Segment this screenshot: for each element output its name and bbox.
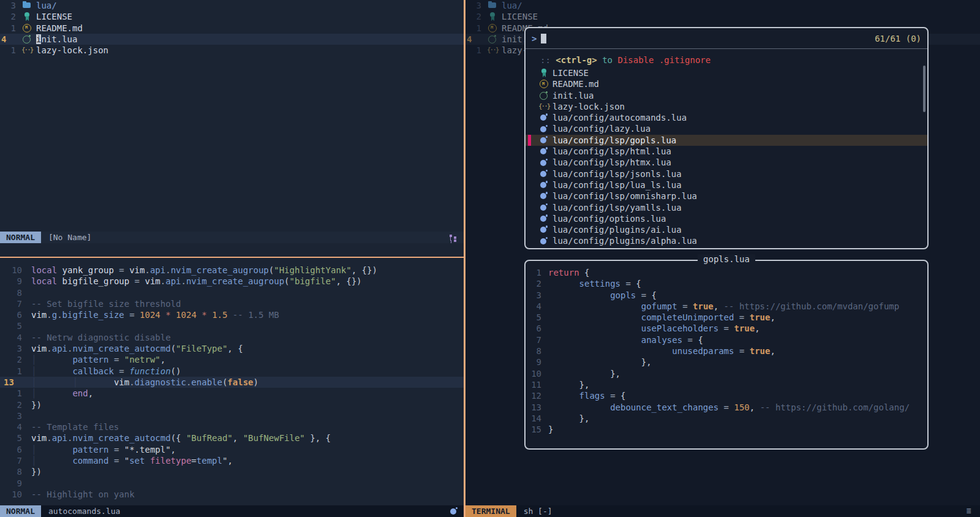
picker-item[interactable]: lua/config/options.lua: [526, 213, 927, 224]
code-line[interactable]: 7│ command = "set filetype=templ",: [0, 455, 464, 466]
selection-marker: [528, 135, 531, 146]
token: ::: [540, 55, 556, 65]
code-line[interactable]: 5: [0, 320, 464, 331]
selection-marker: [528, 101, 531, 112]
luaring-icon: [539, 91, 549, 100]
line-number: 10: [0, 489, 22, 500]
token: =: [114, 366, 129, 376]
line-number: 8: [0, 287, 22, 298]
picker-item[interactable]: lua/config/lsp/jsonls.lua: [526, 168, 927, 179]
picker-item[interactable]: lua/config/lsp/omnisharp.lua: [526, 191, 927, 202]
buffer-name: [No Name]: [48, 233, 91, 242]
token: api: [165, 276, 181, 286]
code-line[interactable]: 3vim.api.nvim_create_autocmd("FileType",…: [0, 343, 464, 354]
line-number: 11: [526, 379, 541, 390]
picker-item[interactable]: README.md: [526, 78, 927, 89]
line-text: │ │ vim.diagnostic.enable(false): [22, 377, 258, 388]
code-line[interactable]: 1│ callback = function(): [0, 366, 464, 377]
text-cursor: i: [36, 34, 41, 44]
token: function: [129, 366, 170, 376]
token: =: [734, 312, 749, 322]
token: vim: [31, 344, 47, 353]
code-line[interactable]: 6│ pattern = "*.templ",: [0, 444, 464, 455]
picker-item[interactable]: lua/config/autocomands.lua: [526, 112, 927, 123]
selection-marker: [528, 224, 531, 235]
token: bigfile_group: [62, 276, 130, 286]
token: [548, 335, 641, 345]
token: , {}): [352, 265, 377, 275]
token: =: [129, 276, 145, 286]
file-path: lua/config/lsp/html.lua: [552, 146, 671, 157]
code-line[interactable]: 8: [0, 287, 464, 298]
code-line[interactable]: 1│ end,: [0, 388, 464, 399]
token: Disable .gitignore: [617, 55, 710, 65]
token: (: [269, 265, 274, 275]
token: *: [165, 310, 170, 320]
token: true: [750, 312, 771, 322]
code-line[interactable]: 2│ pattern = "netrw",: [0, 354, 464, 365]
picker-item[interactable]: lua/config/plugins/ai.lua: [526, 224, 927, 235]
code-line[interactable]: 9local bigfile_group = vim.api.nvim_crea…: [0, 276, 464, 287]
luamoon-icon: [539, 113, 549, 122]
token: ,: [770, 312, 775, 322]
code-line[interactable]: 4-- Template files: [0, 421, 464, 432]
terminal-split-column: 3lua/2LICENSE1README.md4init.lua1lazy-lo…: [466, 0, 980, 517]
code-line[interactable]: 7-- Set bigfile size threshold: [0, 298, 464, 309]
picker-item[interactable]: lua/config/plugins/alpha.lua: [526, 235, 927, 246]
luamoon-icon: [539, 192, 549, 200]
luamoon-icon: [539, 181, 549, 189]
token: {: [636, 279, 641, 289]
picker-item[interactable]: lua/config/lsp/htmx.lua: [526, 157, 927, 168]
line-text: -- Netrw diagnostic disable: [22, 332, 171, 343]
buffer-name: autocomands.lua: [48, 507, 120, 516]
code-line[interactable]: 5vim.api.nvim_create_autocmd({ "BufRead"…: [0, 432, 464, 443]
token: yank_group: [62, 265, 114, 275]
token: [171, 310, 176, 320]
token: │: [72, 377, 113, 387]
code-line[interactable]: 13│ │ vim.diagnostic.enable(false): [0, 377, 464, 388]
code-line[interactable]: 6vim.g.bigfile_size = 1024 * 1024 * 1.5 …: [0, 309, 464, 320]
token: callback: [72, 366, 113, 376]
token: ,: [233, 433, 243, 443]
code-line[interactable]: 2}): [0, 399, 464, 410]
token: },: [579, 413, 590, 423]
picker-scrollbar[interactable]: [923, 66, 925, 112]
token: api: [52, 433, 67, 443]
explorer-item[interactable]: 1README.md: [0, 23, 464, 34]
window-gap: [0, 243, 464, 257]
code-line[interactable]: 3: [0, 410, 464, 421]
picker-item[interactable]: LICENSE: [526, 67, 927, 78]
code-line[interactable]: 4-- Netrw diagnostic disable: [0, 332, 464, 343]
token: local: [31, 265, 57, 275]
picker-prompt-input[interactable]: > 61/61 (0): [526, 28, 927, 49]
token: =: [677, 301, 693, 311]
picker-item[interactable]: lua/config/lazy.lua: [526, 123, 927, 134]
picker-item[interactable]: lua/config/lsp/gopls.lua: [526, 135, 927, 146]
line-text: debounce_text_changes = 150, -- https://…: [541, 402, 910, 413]
token: bigfile_size: [62, 310, 124, 320]
explorer-item[interactable]: 2LICENSE: [466, 11, 980, 22]
code-line[interactable]: 10local yank_group = vim.api.nvim_create…: [0, 265, 464, 276]
picker-item[interactable]: lazy-lock.json: [526, 101, 927, 112]
preview-line: 13 debounce_text_changes = 150, -- https…: [526, 402, 927, 413]
explorer-item[interactable]: 3lua/: [466, 0, 980, 11]
picker-item[interactable]: init.lua: [526, 90, 927, 101]
picker-item[interactable]: lua/config/lsp/lua_ls.lua: [526, 179, 927, 191]
explorer-item[interactable]: 1lazy-lock.json: [0, 45, 464, 56]
code-line[interactable]: 9: [0, 478, 464, 489]
token: <ctrl-g>: [556, 55, 597, 65]
code-line[interactable]: 8}): [0, 466, 464, 477]
line-number: 4: [0, 34, 16, 45]
picker-item[interactable]: lua/config/lsp/yamlls.lua: [526, 202, 927, 213]
explorer-item[interactable]: 3lua/: [0, 0, 464, 11]
line-number: 7: [0, 455, 22, 466]
line-number: 10: [526, 368, 541, 379]
picker-item[interactable]: lua/config/lsp/html.lua: [526, 146, 927, 157]
explorer-item[interactable]: 4init.lua: [0, 34, 464, 45]
code-line[interactable]: 10-- Highlight on yank: [0, 489, 464, 500]
token: =: [718, 323, 734, 333]
token: templ: [197, 456, 222, 466]
explorer-item[interactable]: 2LICENSE: [0, 11, 464, 22]
line-number: 6: [526, 323, 541, 334]
line-text: [22, 410, 31, 421]
